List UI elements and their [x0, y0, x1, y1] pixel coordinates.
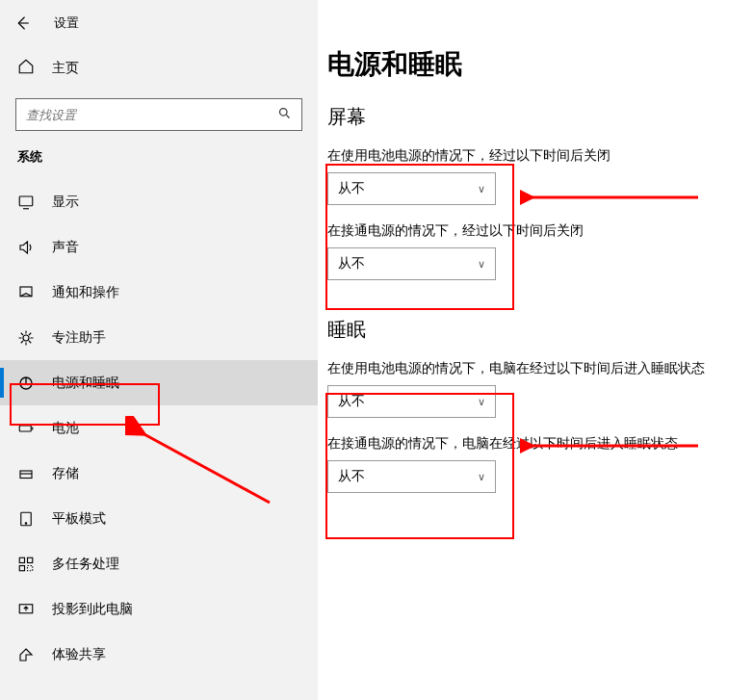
sleep-battery-dropdown[interactable]: 从不 ∨	[327, 385, 496, 418]
page-title: 电源和睡眠	[327, 46, 740, 83]
sidebar-item-sound[interactable]: 声音	[0, 224, 318, 270]
sleep-heading: 睡眠	[327, 317, 740, 343]
sound-icon	[17, 239, 35, 256]
screen-plugged-label: 在接通电源的情况下，经过以下时间后关闭	[327, 222, 740, 240]
sidebar-item-battery[interactable]: 电池	[0, 405, 318, 451]
chevron-down-icon: ∨	[478, 258, 485, 271]
home-label: 主页	[52, 60, 79, 77]
sidebar-item-storage[interactable]: 存储	[0, 451, 318, 496]
topbar: 设置	[0, 0, 318, 46]
nav-label: 通知和操作	[52, 284, 119, 301]
sleep-battery-label: 在使用电池电源的情况下，电脑在经过以下时间后进入睡眠状态	[327, 360, 740, 377]
chevron-down-icon: ∨	[478, 396, 485, 408]
tablet-icon	[17, 510, 35, 528]
svg-point-8	[25, 522, 27, 524]
power-icon	[17, 375, 35, 392]
sleep-plugged-label: 在接通电源的情况下，电脑在经过以下时间后进入睡眠状态	[327, 435, 740, 453]
screen-battery-dropdown[interactable]: 从不 ∨	[327, 172, 496, 205]
focus-icon	[17, 329, 35, 347]
multitask-icon	[17, 556, 35, 573]
svg-rect-6	[20, 471, 32, 479]
back-icon[interactable]	[13, 14, 31, 32]
svg-rect-12	[28, 565, 33, 570]
nav-label: 显示	[52, 194, 79, 211]
svg-rect-11	[19, 565, 24, 570]
svg-point-0	[280, 108, 288, 116]
sidebar-item-multitask[interactable]: 多任务处理	[0, 541, 318, 586]
dropdown-value: 从不	[338, 468, 365, 485]
nav-label: 声音	[52, 239, 79, 256]
svg-rect-1	[19, 196, 33, 206]
nav-label: 平板模式	[52, 510, 106, 528]
sidebar-item-focus[interactable]: 专注助手	[0, 315, 318, 360]
nav-label: 投影到此电脑	[52, 601, 133, 618]
sidebar-item-power[interactable]: 电源和睡眠	[0, 360, 318, 405]
nav-label: 存储	[52, 465, 79, 482]
display-icon	[17, 194, 35, 211]
nav-label: 电源和睡眠	[52, 375, 119, 392]
share-icon	[17, 646, 35, 663]
storage-icon	[17, 465, 35, 482]
screen-battery-label: 在使用电池电源的情况下，经过以下时间后关闭	[327, 147, 740, 165]
chevron-down-icon: ∨	[478, 471, 485, 483]
battery-icon	[17, 420, 35, 437]
dropdown-value: 从不	[338, 180, 365, 197]
svg-rect-5	[19, 426, 31, 431]
dropdown-value: 从不	[338, 255, 365, 272]
content: 电源和睡眠 屏幕 在使用电池电源的情况下，经过以下时间后关闭 从不 ∨ 在接通电…	[327, 46, 740, 493]
nav-label: 电池	[52, 420, 79, 437]
svg-rect-10	[28, 557, 33, 562]
sidebar-item-display[interactable]: 显示	[0, 179, 318, 224]
sidebar-item-share[interactable]: 体验共享	[0, 632, 318, 677]
chevron-down-icon: ∨	[478, 183, 485, 195]
svg-rect-9	[19, 557, 24, 562]
sidebar: 设置 主页 系统 显示 声音 通知和操作 专注助手 电源和睡眠 电池	[0, 0, 318, 700]
search-icon	[277, 106, 292, 124]
sidebar-item-project[interactable]: 投影到此电脑	[0, 586, 318, 632]
screen-heading: 屏幕	[327, 104, 740, 130]
sleep-plugged-dropdown[interactable]: 从不 ∨	[327, 460, 496, 493]
home-icon	[17, 58, 35, 79]
project-icon	[17, 601, 35, 618]
section-header: 系统	[0, 148, 318, 179]
sidebar-home[interactable]: 主页	[0, 46, 318, 91]
notification-icon	[17, 284, 35, 301]
nav-label: 体验共享	[52, 646, 106, 663]
screen-plugged-dropdown[interactable]: 从不 ∨	[327, 247, 496, 280]
search-input[interactable]	[15, 98, 302, 131]
sidebar-item-tablet[interactable]: 平板模式	[0, 496, 318, 541]
search-field[interactable]	[26, 108, 277, 122]
dropdown-value: 从不	[338, 393, 365, 410]
nav-label: 多任务处理	[52, 556, 119, 573]
svg-point-3	[23, 335, 29, 341]
sidebar-item-notifications[interactable]: 通知和操作	[0, 270, 318, 315]
app-title: 设置	[54, 14, 79, 32]
nav-label: 专注助手	[52, 329, 106, 347]
